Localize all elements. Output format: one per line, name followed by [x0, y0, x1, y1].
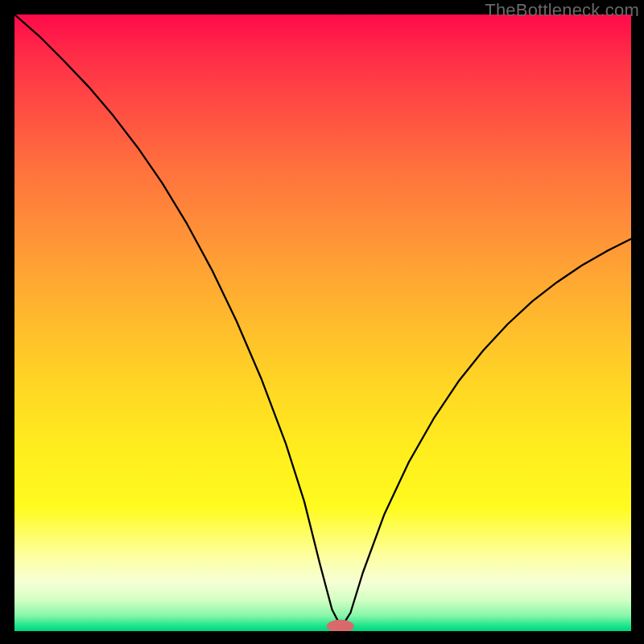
chart-frame: TheBottleneck.com	[0, 0, 644, 644]
bottleneck-curve	[14, 14, 631, 627]
optimal-marker	[327, 620, 354, 631]
chart-svg	[14, 14, 631, 631]
watermark-text: TheBottleneck.com	[485, 0, 639, 21]
plot-area	[14, 14, 631, 631]
